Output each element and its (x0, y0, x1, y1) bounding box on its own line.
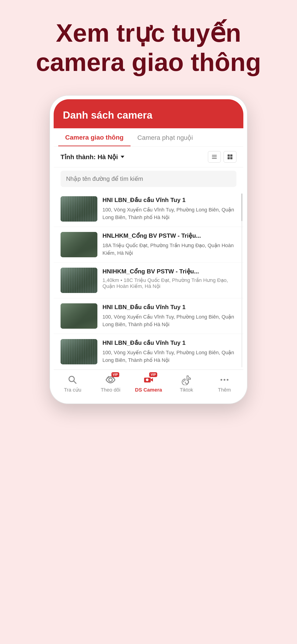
province-label: Tỉnh thành: (60, 153, 96, 161)
camera-name: HNIHKM_Cổng BV PSTW - Triệu... (102, 268, 236, 276)
camera-preview-image (60, 196, 98, 222)
camera-thumbnail (60, 339, 98, 364)
tab-bar: Camera giao thông Camera phạt nguội (54, 128, 243, 146)
svg-rect-2 (212, 158, 217, 159)
vip-badge: VIP (112, 372, 120, 377)
map-view-button[interactable] (224, 151, 236, 162)
tiktok-nav-icon (180, 374, 194, 386)
camera-thumbnail (60, 232, 98, 257)
list-view-button[interactable] (208, 151, 221, 162)
camera-name: HNI LBN_Đầu cầu Vĩnh Tuy 1 (102, 339, 236, 347)
svg-rect-0 (212, 155, 217, 156)
tiktok-icon (181, 374, 192, 385)
more-dots-icon (219, 374, 230, 385)
tab-camera-phat-nguoi[interactable]: Camera phạt nguội (130, 128, 200, 146)
camera-name: HNLHKM_Cổng BV PSTW - Triệu... (102, 232, 236, 240)
svg-point-14 (224, 379, 226, 381)
them-nav-icon (218, 374, 232, 386)
svg-point-12 (146, 378, 148, 381)
filter-row: Tỉnh thành: Hà Nội (54, 146, 243, 168)
bottom-nav: Tra cứu VIP Theo dõi (54, 370, 243, 400)
theo-doi-nav-icon: VIP (104, 374, 118, 386)
province-value: Hà Nội (98, 153, 118, 161)
svg-point-9 (109, 378, 112, 382)
svg-rect-5 (228, 157, 230, 159)
camera-name: HNI LBN_Đầu cầu Vĩnh Tuy 1 (102, 303, 236, 311)
phone-mockup: Danh sách camera Camera giao thông Camer… (50, 95, 248, 404)
svg-marker-11 (151, 378, 153, 382)
camera-address: 100, Vòng Xuyến Cầu Vĩnh Tuy, Phường Lon… (102, 313, 236, 328)
scrollbar-track (241, 194, 242, 367)
nav-label-tra-cuu: Tra cứu (64, 387, 82, 393)
camera-item[interactable]: HNI LBN_Đầu cầu Vĩnh Tuy 1 100, Vòng Xuy… (54, 191, 243, 227)
camera-distance: 1,40km • 18C Triệu Quốc Đạt, Phường Trần… (102, 277, 236, 289)
nav-item-theo-doi[interactable]: VIP Theo dõi (92, 374, 130, 393)
camera-address: 100, Vòng Xuyến Cầu Vĩnh Tuy, Phường Lon… (102, 206, 236, 221)
camera-info: HNI LBN_Đầu cầu Vĩnh Tuy 1 100, Vòng Xuy… (102, 339, 236, 364)
camera-thumbnail (60, 303, 98, 329)
svg-line-8 (74, 381, 76, 384)
nav-item-tiktok[interactable]: Tiktok (168, 374, 205, 393)
svg-point-13 (220, 379, 222, 381)
vip-badge-camera: VIP (149, 372, 157, 377)
scrollbar-thumb (241, 194, 242, 221)
camera-info: HNI LBN_Đầu cầu Vĩnh Tuy 1 100, Vòng Xuy… (102, 196, 236, 221)
camera-info: HNIHKM_Cổng BV PSTW - Triệu... 1,40km • … (102, 268, 236, 290)
camera-thumbnail (60, 268, 98, 293)
camera-info: HNI LBN_Đầu cầu Vĩnh Tuy 1 100, Vòng Xuy… (102, 303, 236, 328)
nav-item-them[interactable]: Thêm (205, 374, 243, 393)
map-icon (227, 154, 233, 160)
camera-item[interactable]: HNI LBN_Đầu cầu Vĩnh Tuy 1 100, Vòng Xuy… (54, 298, 243, 334)
camera-address: 100, Vòng Xuyến Cầu Vĩnh Tuy, Phường Lon… (102, 349, 236, 364)
svg-point-15 (226, 379, 228, 381)
search-input[interactable] (60, 171, 236, 187)
nav-label-ds-camera: DS Camera (135, 387, 162, 393)
search-bar (54, 168, 243, 191)
tab-camera-giao-thong[interactable]: Camera giao thông (58, 128, 130, 146)
search-nav-icon (66, 374, 80, 386)
camera-item[interactable]: HNI LBN_Đầu cầu Vĩnh Tuy 1 100, Vòng Xuy… (54, 334, 243, 370)
camera-list-inner: HNI LBN_Đầu cầu Vĩnh Tuy 1 100, Vòng Xuy… (54, 191, 243, 370)
magnifier-icon (67, 374, 78, 385)
camera-preview-image (60, 303, 98, 329)
camera-address: 18A Triệu Quốc Đạt, Phường Trần Hưng Đạo… (102, 242, 236, 257)
nav-label-them: Thêm (218, 387, 231, 393)
app-header-title: Danh sách camera (63, 110, 234, 121)
camera-list: HNI LBN_Đầu cầu Vĩnh Tuy 1 100, Vòng Xuy… (54, 191, 243, 370)
svg-rect-6 (230, 157, 232, 159)
nav-label-theo-doi: Theo dõi (100, 387, 120, 393)
app-header: Danh sách camera (54, 99, 243, 128)
nav-item-ds-camera[interactable]: VIP DS Camera (130, 374, 168, 393)
nav-label-tiktok: Tiktok (180, 387, 193, 393)
camera-preview-image (60, 339, 98, 364)
view-toggle (208, 151, 236, 162)
camera-name: HNI LBN_Đầu cầu Vĩnh Tuy 1 (102, 196, 236, 204)
svg-rect-3 (228, 154, 230, 156)
chevron-down-icon (121, 156, 124, 158)
camera-item[interactable]: HNIHKM_Cổng BV PSTW - Triệu... 1,40km • … (54, 262, 243, 298)
app-body: Camera giao thông Camera phạt nguội Tỉnh… (54, 128, 243, 400)
svg-rect-4 (230, 154, 232, 156)
camera-preview-image (60, 232, 98, 257)
camera-preview-image (60, 268, 98, 293)
list-icon (211, 154, 218, 160)
camera-item[interactable]: HNLHKM_Cổng BV PSTW - Triệu... 18A Triệu… (54, 227, 243, 262)
province-selector[interactable]: Tỉnh thành: Hà Nội (60, 153, 124, 161)
svg-rect-1 (212, 156, 217, 157)
hero-title: Xem trực tuyến camera giao thông (22, 18, 275, 77)
ds-camera-nav-icon: VIP (142, 374, 156, 386)
camera-info: HNLHKM_Cổng BV PSTW - Triệu... 18A Triệu… (102, 232, 236, 257)
nav-item-tra-cuu[interactable]: Tra cứu (54, 374, 92, 393)
camera-thumbnail (60, 196, 98, 222)
